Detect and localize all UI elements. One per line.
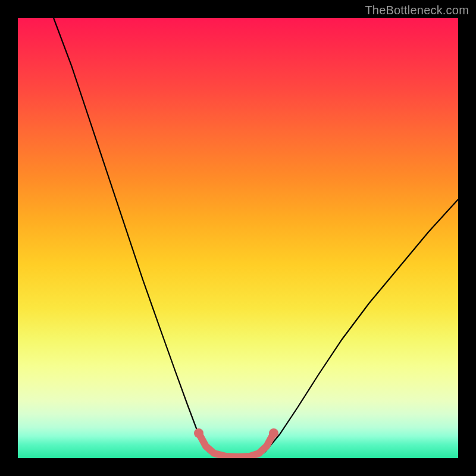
valley-highlight-dot-left-icon	[194, 428, 203, 438]
plot-area	[18, 18, 458, 458]
watermark-text: TheBottleneck.com	[365, 4, 469, 17]
curve-layer	[18, 18, 458, 458]
valley-highlight-dot-right-icon	[269, 428, 278, 438]
valley-highlight	[199, 433, 274, 457]
chart-frame: TheBottleneck.com	[0, 0, 476, 476]
right-curve	[265, 199, 458, 452]
left-curve	[54, 18, 208, 452]
